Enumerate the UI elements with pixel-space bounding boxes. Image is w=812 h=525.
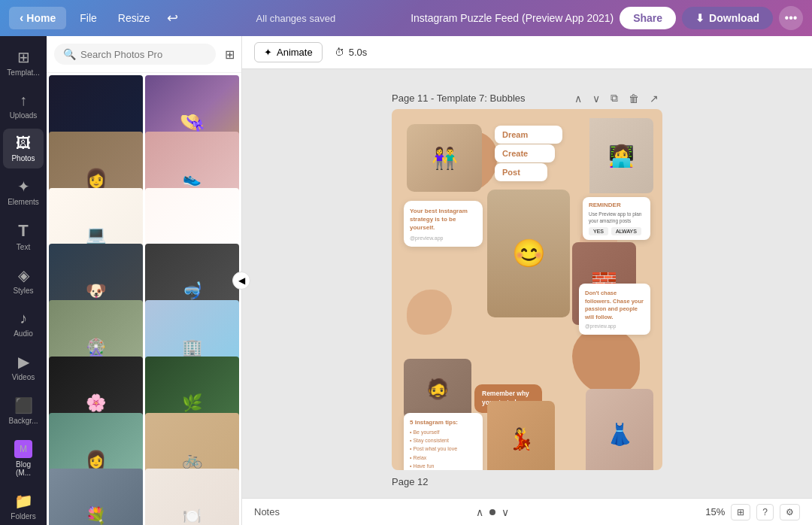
animate-icon: ✦ — [264, 47, 272, 58]
page-indicator: ∧ ∨ — [476, 506, 509, 518]
saved-status: All changes saved — [187, 13, 405, 24]
more-options-button[interactable]: ••• — [779, 6, 803, 30]
dream-card: Dream — [495, 126, 562, 144]
sidebar-item-background[interactable]: ⬛ Backgr... — [3, 390, 44, 431]
page-copy-button[interactable]: ⧉ — [607, 90, 622, 106]
sidebar-item-text[interactable]: T Text — [3, 215, 44, 257]
sidebar-item-photos[interactable]: 🖼 Photos — [3, 129, 44, 168]
search-input[interactable] — [80, 49, 207, 60]
always-button[interactable]: ALWAYS — [611, 227, 641, 235]
file-button[interactable]: File — [72, 9, 105, 27]
notes-button[interactable]: Notes — [254, 506, 280, 517]
page11-controls: ∧ ∨ ⧉ 🗑 ↗ — [571, 90, 662, 106]
photo-frame-center-bottom[interactable]: 💃 — [487, 401, 555, 470]
topbar: Home File Resize ↩ All changes saved Ins… — [0, 0, 812, 36]
bottom-right-controls: 15% ⊞ ? ⚙ — [705, 504, 800, 520]
sidebar-item-elements[interactable]: ✦ Elements — [3, 171, 44, 212]
canvas-inner: Page 11 - Template 7: Bubbles ∧ ∨ ⧉ 🗑 ↗ — [392, 84, 662, 483]
blog-icon: M — [14, 440, 32, 458]
photo-cell[interactable]: 💐 — [49, 469, 143, 525]
page-more-button[interactable]: ↗ — [646, 90, 662, 106]
page-up-button[interactable]: ∧ — [571, 90, 586, 106]
elements-icon: ✦ — [17, 178, 30, 196]
canvas-toolbar: ✦ Animate ⏱ 5.0s — [242, 36, 812, 69]
animate-button[interactable]: ✦ Animate — [254, 42, 323, 62]
text-icon: T — [18, 221, 28, 241]
photo-frame-couple[interactable]: 👫 — [407, 124, 482, 192]
tips-card: 5 Instagram tips: • Be yourself • Stay c… — [404, 413, 483, 470]
styles-icon: ◈ — [18, 266, 29, 284]
sidebar-item-uploads[interactable]: ↑ Uploads — [3, 86, 44, 126]
photo-frame-woman[interactable]: 👩‍💻 — [589, 118, 653, 193]
timer-button[interactable]: ⏱ 5.0s — [335, 47, 368, 58]
create-card: Create — [495, 144, 555, 162]
bottom-bar: Notes ∧ ∨ 15% ⊞ ? ⚙ — [242, 498, 812, 525]
help-button[interactable]: ? — [756, 504, 774, 520]
quote-card: Your best Instagram strategy is to be yo… — [404, 201, 483, 247]
filter-button[interactable]: ⊞ — [222, 44, 238, 65]
post-card: Post — [495, 163, 547, 181]
reminder-card: REMINDER Use Preview app to plan your am… — [583, 197, 650, 240]
home-button[interactable]: Home — [9, 7, 66, 29]
page-delete-button[interactable]: 🗑 — [625, 90, 643, 106]
page-down-button[interactable]: ∨ — [589, 90, 604, 106]
download-button[interactable]: ⬇ Download — [682, 7, 773, 29]
videos-icon: ▶ — [18, 353, 29, 371]
main-content: ⊞ Templat... ↑ Uploads 🖼 Photos ✦ Elemen… — [0, 36, 812, 525]
background-icon: ⬛ — [14, 396, 33, 414]
audio-icon: ♪ — [20, 310, 27, 327]
search-bar: 🔍 ⊞ — [47, 36, 241, 73]
search-input-wrap[interactable]: 🔍 — [54, 44, 216, 65]
page-dot — [489, 509, 495, 515]
icon-sidebar: ⊞ Templat... ↑ Uploads 🖼 Photos ✦ Elemen… — [0, 36, 47, 525]
clock-icon: ⏱ — [335, 47, 344, 58]
templates-icon: ⊞ — [17, 48, 30, 66]
photos-icon: 🖼 — [16, 135, 31, 152]
document-title: Instagram Puzzle Feed (Preview App 2021) — [411, 12, 614, 24]
search-icon: 🔍 — [63, 48, 76, 60]
photo-cell[interactable]: 🍽️ — [145, 469, 239, 525]
reminder-buttons: YES ALWAYS — [589, 227, 644, 235]
page12-label: Page 12 — [392, 470, 662, 490]
photo-grid: 🌆 👒 👩 👟 💻 🐶 🤿 🎡 🏢 🌸 🌿 👩 🚲 💐 🍽️ — [47, 73, 241, 525]
settings-button[interactable]: ⚙ — [780, 504, 800, 520]
canvas-area: ✦ Animate ⏱ 5.0s Page 11 - Template 7: B… — [242, 36, 812, 525]
sidebar-item-templates[interactable]: ⊞ Templat... — [3, 42, 44, 83]
sidebar-item-blog[interactable]: M Blog (M... — [3, 434, 44, 483]
page11-label: Page 11 - Template 7: Bubbles — [392, 93, 565, 104]
grid-view-button[interactable]: ⊞ — [731, 504, 750, 520]
sidebar-item-videos[interactable]: ▶ Videos — [3, 347, 44, 387]
resize-button[interactable]: Resize — [111, 9, 158, 27]
prev-page-button[interactable]: ∧ — [476, 506, 483, 518]
photo-frame-main-woman[interactable]: 😊 — [487, 190, 570, 317]
photo-panel: 🔍 ⊞ 🌆 👒 👩 👟 💻 🐶 🤿 🎡 🏢 🌸 🌿 👩 — [47, 36, 242, 525]
share-button[interactable]: Share — [620, 7, 676, 29]
sidebar-item-styles[interactable]: ◈ Styles — [3, 260, 44, 301]
yes-button[interactable]: YES — [589, 227, 608, 235]
zoom-level: 15% — [705, 506, 725, 517]
photo-frame-dress[interactable]: 👗 — [586, 389, 653, 470]
undo-button[interactable]: ↩ — [164, 7, 181, 29]
dont-chase-card: Don't chase followers. Chase your passio… — [579, 284, 650, 335]
folders-icon: 📁 — [14, 492, 33, 510]
sidebar-item-folders[interactable]: 📁 Folders — [3, 486, 44, 525]
page11-label-row: Page 11 - Template 7: Bubbles ∧ ∨ ⧉ 🗑 ↗ — [392, 84, 662, 109]
download-icon: ⬇ — [695, 12, 704, 24]
template-content: 👫 Dream Create Post — [401, 118, 653, 470]
collapse-panel-button[interactable]: ◀ — [232, 272, 250, 290]
canvas-scroll[interactable]: Page 11 - Template 7: Bubbles ∧ ∨ ⧉ 🗑 ↗ — [242, 69, 812, 498]
next-page-button[interactable]: ∨ — [501, 506, 509, 518]
uploads-icon: ↑ — [20, 92, 27, 109]
page11-canvas[interactable]: 👫 Dream Create Post — [392, 109, 662, 470]
sidebar-item-audio[interactable]: ♪ Audio — [3, 304, 44, 344]
photo-frame-person-left[interactable]: 🧔 — [404, 359, 471, 419]
